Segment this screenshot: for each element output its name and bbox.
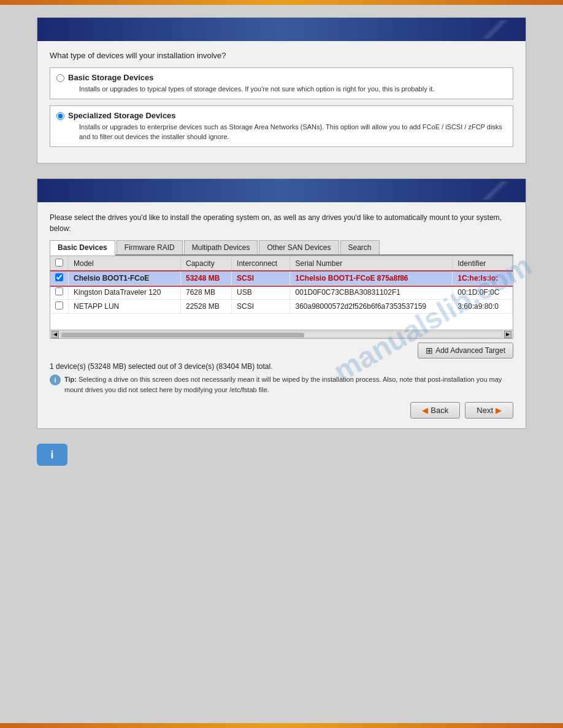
row3-capacity: 22528 MB xyxy=(180,300,231,314)
info-icon-box: i xyxy=(37,444,67,466)
row2-identifier: 00:1D:0F:0C xyxy=(453,286,513,300)
tab-firmware-raid[interactable]: Firmware RAID xyxy=(117,240,183,254)
tab-search[interactable]: Search xyxy=(340,240,380,254)
scroll-right-btn[interactable]: ▶ xyxy=(504,331,511,338)
storage-type-panel: What type of devices will your installat… xyxy=(37,17,526,164)
info-icon-area: i xyxy=(37,444,526,466)
row3-checkbox[interactable] xyxy=(50,300,69,314)
row3-interconnect: SCSI xyxy=(232,300,290,314)
tip-label: Tip: xyxy=(64,376,77,383)
row3-serial: 360a98000572d2f526b6f6a7353537159 xyxy=(290,300,453,314)
select-all-checkbox[interactable] xyxy=(55,259,63,267)
row2-capacity: 7628 MB xyxy=(180,286,231,300)
next-arrow-icon: ▶ xyxy=(496,406,502,415)
table-row[interactable]: Kingston DataTraveler 120 7628 MB USB 00… xyxy=(50,286,513,300)
basic-storage-radio[interactable] xyxy=(56,74,64,82)
col-identifier: Identifier xyxy=(453,256,513,271)
basic-storage-title: Basic Storage Devices xyxy=(68,73,434,82)
panel1-header xyxy=(37,18,526,41)
drive-selection-intro: Please select the drives you'd like to i… xyxy=(50,212,513,234)
col-interconnect: Interconnect xyxy=(232,256,290,271)
specialized-storage-radio[interactable] xyxy=(56,112,64,120)
row1-interconnect: SCSI xyxy=(232,271,290,286)
drives-table-body: Chelsio BOOT1-FCoE 53248 MB SCSI 1Chelsi… xyxy=(50,271,513,314)
tip-box: i Tip: Selecting a drive on this screen … xyxy=(50,374,513,395)
panel2-header xyxy=(37,179,526,202)
drives-table: Model Capacity Interconnect Serial Numbe… xyxy=(50,256,513,314)
row1-model: Chelsio BOOT1-FCoE xyxy=(69,271,181,286)
table-header-row: Model Capacity Interconnect Serial Numbe… xyxy=(50,256,513,271)
next-button[interactable]: Next ▶ xyxy=(465,402,513,419)
table-row[interactable]: Chelsio BOOT1-FCoE 53248 MB SCSI 1Chelsi… xyxy=(50,271,513,286)
back-label: Back xyxy=(431,406,448,415)
panel2-body: Please select the drives you'd like to i… xyxy=(37,202,526,428)
panel1-body: What type of devices will your installat… xyxy=(37,41,526,163)
tab-basic-devices[interactable]: Basic Devices xyxy=(50,240,115,256)
tip-text: Selecting a drive on this screen does no… xyxy=(64,376,502,393)
row3-model: NETAPP LUN xyxy=(69,300,181,314)
specialized-storage-title: Specialized Storage Devices xyxy=(68,111,507,120)
top-accent-bar xyxy=(0,0,563,5)
scroll-left-btn[interactable]: ◀ xyxy=(52,331,59,338)
nav-buttons-area: ◀ Back Next ▶ xyxy=(50,402,513,419)
row1-checkbox[interactable] xyxy=(50,271,69,286)
tab-other-san-devices[interactable]: Other SAN Devices xyxy=(259,240,339,254)
row2-model: Kingston DataTraveler 120 xyxy=(69,286,181,300)
col-model: Model xyxy=(69,256,181,271)
col-checkbox xyxy=(50,256,69,271)
next-label: Next xyxy=(477,406,493,415)
row2-serial: 001D0F0C73CBBA30831102F1 xyxy=(290,286,453,300)
drives-table-wrapper: Model Capacity Interconnect Serial Numbe… xyxy=(50,256,513,339)
selection-status: 1 device(s) (53248 MB) selected out of 3… xyxy=(50,362,513,371)
tab-multipath-devices[interactable]: Multipath Devices xyxy=(184,240,258,254)
add-advanced-area: ⊞ Add Advanced Target xyxy=(50,343,513,358)
col-serial: Serial Number xyxy=(290,256,453,271)
back-button[interactable]: ◀ Back xyxy=(410,402,460,419)
specialized-storage-option: Specialized Storage Devices Installs or … xyxy=(50,105,513,147)
scroll-thumb[interactable] xyxy=(61,333,304,338)
bottom-accent-bar xyxy=(0,723,563,728)
row1-identifier: 1C:he:ls:io: xyxy=(453,271,513,286)
col-capacity: Capacity xyxy=(180,256,231,271)
add-icon: ⊞ xyxy=(426,346,433,355)
scroll-track xyxy=(60,332,503,338)
add-advanced-target-button[interactable]: ⊞ Add Advanced Target xyxy=(418,343,513,358)
specialized-storage-desc: Installs or upgrades to enterprise devic… xyxy=(79,123,507,142)
drive-selection-panel: Please select the drives you'd like to i… xyxy=(37,178,526,429)
tip-icon: i xyxy=(50,374,61,385)
row2-checkbox[interactable] xyxy=(50,286,69,300)
back-arrow-icon: ◀ xyxy=(422,406,428,415)
row1-capacity: 53248 MB xyxy=(180,271,231,286)
table-row[interactable]: NETAPP LUN 22528 MB SCSI 360a98000572d2f… xyxy=(50,300,513,314)
drive-tabs: Basic Devices Firmware RAID Multipath De… xyxy=(50,240,513,256)
row1-serial: 1Chelsio BOOT1-FCoE 875a8f86 xyxy=(290,271,453,286)
row3-identifier: 3:60:a9:80:0 xyxy=(453,300,513,314)
add-advanced-label: Add Advanced Target xyxy=(435,346,505,355)
storage-question: What type of devices will your installat… xyxy=(50,51,513,60)
tip-content: Tip: Selecting a drive on this screen do… xyxy=(64,374,513,395)
basic-storage-option: Basic Storage Devices Installs or upgrad… xyxy=(50,67,513,99)
row2-interconnect: USB xyxy=(232,286,290,300)
horizontal-scrollbar[interactable]: ◀ ▶ xyxy=(50,330,513,338)
drives-table-scroll[interactable]: Model Capacity Interconnect Serial Numbe… xyxy=(50,256,513,330)
basic-storage-desc: Installs or upgrades to typical types of… xyxy=(79,85,434,94)
info-letter: i xyxy=(50,449,53,461)
